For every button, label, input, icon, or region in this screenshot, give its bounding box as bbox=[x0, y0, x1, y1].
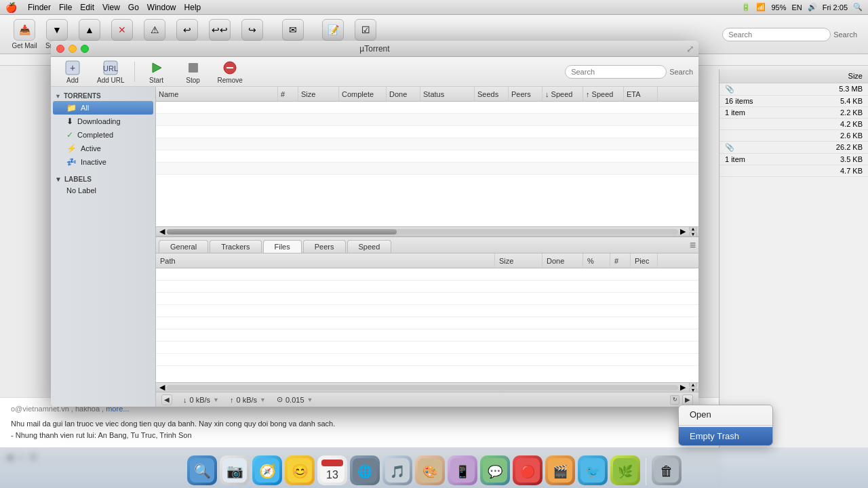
detail-row[interactable] bbox=[156, 268, 698, 281]
detail-row[interactable] bbox=[156, 329, 698, 342]
scrollbar-thumb[interactable] bbox=[167, 229, 397, 235]
context-menu-empty-trash[interactable]: Empty Trash bbox=[679, 427, 772, 445]
dock-item-app7[interactable]: 🐦 bbox=[578, 455, 608, 485]
table-row[interactable] bbox=[156, 114, 698, 126]
col-seeds[interactable]: Seeds bbox=[475, 87, 509, 101]
dock-item-app3[interactable]: 📱 bbox=[448, 455, 477, 485]
table-row[interactable] bbox=[156, 150, 698, 163]
dock-item-calendar[interactable]: 13 bbox=[317, 455, 347, 485]
tab-peers[interactable]: Peers bbox=[303, 240, 346, 253]
menubar-window[interactable]: Window bbox=[147, 3, 176, 12]
dock-item-app6[interactable]: 🎬 bbox=[545, 455, 575, 485]
detail-col-done[interactable]: Done bbox=[542, 253, 583, 268]
detail-col-num[interactable]: # bbox=[610, 253, 631, 268]
tab-general[interactable]: General bbox=[159, 240, 208, 253]
menubar-help[interactable]: Help bbox=[184, 3, 201, 12]
menubar-file[interactable]: File bbox=[59, 3, 72, 12]
col-done[interactable]: Done bbox=[387, 87, 420, 101]
col-down-speed[interactable]: ↓ Speed bbox=[542, 87, 583, 101]
dock-item-smiley[interactable]: 😊 bbox=[285, 455, 315, 485]
detail-scrollbar-track[interactable] bbox=[167, 385, 678, 390]
sidebar-item-inactive[interactable]: 💤 Inactive bbox=[53, 155, 153, 169]
statusbar-dht[interactable]: ⊙ 0.015 ▼ bbox=[277, 395, 313, 404]
apple-menu[interactable]: 🍎 bbox=[5, 2, 17, 13]
menubar-edit[interactable]: Edit bbox=[80, 3, 94, 12]
detail-scroll-nav[interactable]: ▲ ▼ bbox=[689, 382, 697, 392]
statusbar-down-speed[interactable]: ↓ 0 kB/s ▼ bbox=[183, 396, 219, 404]
remove-button[interactable]: Remove bbox=[214, 57, 247, 87]
statusbar-sync-icon[interactable]: ↻ bbox=[670, 395, 679, 405]
dock-item-app1[interactable]: 🌐 bbox=[350, 455, 380, 485]
detail-scrollbar[interactable]: ◀ ▶ ▲ ▼ bbox=[156, 382, 698, 392]
dock-item-safari[interactable]: 🧭 bbox=[252, 455, 282, 485]
col-num[interactable]: # bbox=[278, 87, 298, 101]
dock-item-app5[interactable]: 🔴 bbox=[513, 455, 542, 485]
sidebar-item-all[interactable]: 📁 All bbox=[53, 101, 153, 115]
menubar-view[interactable]: View bbox=[102, 3, 120, 12]
dock-item-finder[interactable]: 🔍 bbox=[187, 455, 217, 485]
scroll-up-small[interactable]: ▲ bbox=[689, 226, 697, 231]
detail-scroll-right[interactable]: ▶ bbox=[678, 383, 688, 392]
statusbar-right-button[interactable]: ▶ bbox=[682, 394, 693, 405]
table-row[interactable] bbox=[156, 102, 698, 114]
detail-col-piec[interactable]: Piec bbox=[631, 253, 658, 268]
sidebar-item-no-label[interactable]: No Label bbox=[53, 184, 153, 197]
add-url-button[interactable]: URL Add URL bbox=[93, 57, 129, 87]
detail-scroll-up[interactable]: ▲ bbox=[689, 382, 697, 387]
detail-row[interactable] bbox=[156, 281, 698, 293]
get-mail-button[interactable]: 📥 Get Mail bbox=[11, 19, 38, 49]
col-peers[interactable]: Peers bbox=[509, 87, 542, 101]
statusbar-up-speed[interactable]: ↑ 0 kB/s ▼ bbox=[230, 396, 266, 404]
tab-speed[interactable]: Speed bbox=[347, 240, 392, 253]
statusbar-left-button[interactable]: ◀ bbox=[161, 394, 172, 405]
detail-row[interactable] bbox=[156, 354, 698, 366]
detail-col-size[interactable]: Size bbox=[495, 253, 542, 268]
dock-item-music[interactable]: 🎵 bbox=[382, 455, 412, 485]
detail-row[interactable] bbox=[156, 293, 698, 305]
detail-options-button[interactable]: ≡ bbox=[690, 239, 696, 253]
start-button[interactable]: Start bbox=[140, 57, 173, 87]
table-row[interactable] bbox=[156, 126, 698, 138]
torrents-section-header[interactable]: ▼ TORRENTS bbox=[51, 89, 155, 101]
detail-row[interactable] bbox=[156, 305, 698, 317]
mail-search-input[interactable] bbox=[722, 28, 831, 41]
menubar-go[interactable]: Go bbox=[128, 3, 139, 12]
col-up-speed[interactable]: ↑ Speed bbox=[583, 87, 624, 101]
stop-button[interactable]: Stop bbox=[177, 57, 210, 87]
tab-files[interactable]: Files bbox=[263, 240, 302, 253]
window-resize-button[interactable]: ⤢ bbox=[686, 43, 694, 54]
dock-item-trash[interactable]: 🗑 bbox=[652, 455, 682, 485]
dock-item-app2[interactable]: 🎨 bbox=[415, 455, 445, 485]
sidebar-item-completed[interactable]: ✓ Completed bbox=[53, 128, 153, 142]
detail-col-path[interactable]: Path bbox=[156, 253, 495, 268]
detail-scroll-left[interactable]: ◀ bbox=[157, 383, 167, 392]
col-name[interactable]: Name bbox=[156, 87, 278, 101]
window-close-button[interactable] bbox=[56, 45, 64, 53]
table-row[interactable] bbox=[156, 163, 698, 175]
detail-row[interactable] bbox=[156, 317, 698, 329]
detail-col-pct[interactable]: % bbox=[583, 253, 610, 268]
search-icon[interactable]: 🔍 bbox=[853, 3, 863, 12]
menubar-finder[interactable]: Finder bbox=[28, 3, 51, 12]
col-status[interactable]: Status bbox=[420, 87, 475, 101]
table-row[interactable] bbox=[156, 138, 698, 150]
scroll-nav-buttons[interactable]: ▲ ▼ bbox=[689, 226, 697, 236]
sidebar-item-downloading[interactable]: ⬇ Downloading bbox=[53, 115, 153, 128]
col-complete[interactable]: Complete bbox=[339, 87, 387, 101]
detail-row[interactable] bbox=[156, 342, 698, 354]
window-maximize-button[interactable] bbox=[81, 45, 89, 53]
window-minimize-button[interactable] bbox=[68, 45, 77, 53]
scroll-right-button[interactable]: ▶ bbox=[678, 227, 688, 237]
utorrent-search-input[interactable] bbox=[565, 65, 667, 79]
dock-item-app8[interactable]: 🌿 bbox=[610, 455, 640, 485]
col-eta[interactable]: ETA bbox=[624, 87, 658, 101]
context-menu-open[interactable]: Open bbox=[679, 405, 772, 424]
scrollbar-track[interactable] bbox=[167, 229, 678, 235]
dock-item-app4[interactable]: 💬 bbox=[480, 455, 510, 485]
tab-trackers[interactable]: Trackers bbox=[210, 240, 261, 253]
dock-item-photos[interactable]: 📷 bbox=[220, 455, 250, 485]
torrent-list-scrollbar[interactable]: ◀ ▶ ▲ ▼ bbox=[156, 226, 698, 236]
scroll-left-button[interactable]: ◀ bbox=[157, 227, 167, 237]
sidebar-item-active[interactable]: ⚡ Active bbox=[53, 142, 153, 155]
col-size[interactable]: Size bbox=[298, 87, 339, 101]
